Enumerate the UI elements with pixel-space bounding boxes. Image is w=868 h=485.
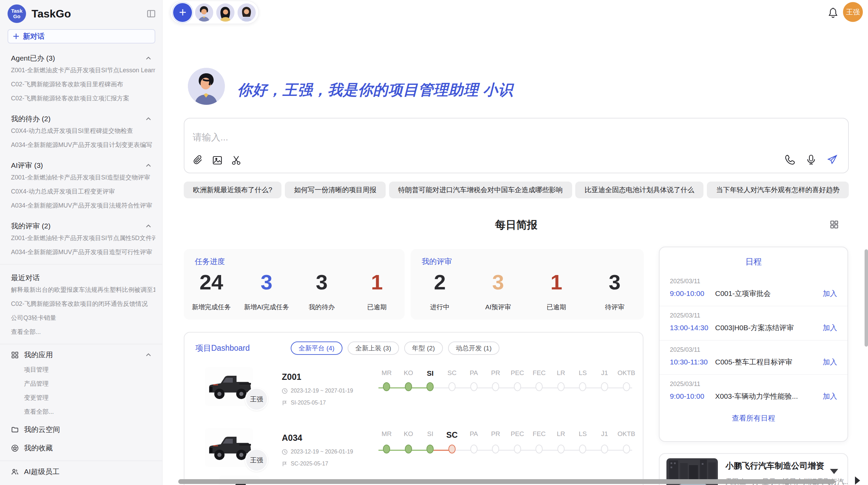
my-cloud-row[interactable]: 我的云空间 [11, 422, 155, 437]
milestone-dot[interactable] [557, 445, 565, 453]
project-row[interactable]: 王强 Z001 2023-12-19 ~ 2027-01-19 SI-2025-… [205, 367, 643, 416]
attach-file-icon[interactable] [193, 155, 204, 166]
project-row[interactable]: 王强 A034 2023-12-19 ~ 2026-01-19 SC-2025-… [205, 428, 643, 477]
recent-chat-item[interactable]: 公司Q3轻卡销量 [11, 311, 155, 325]
app-item-change-mgmt[interactable]: 变更管理 [11, 391, 155, 405]
conversation-item[interactable]: A034-全新新能源MUV产品开发项目法规符合性评审 [11, 199, 155, 213]
send-icon[interactable] [827, 154, 838, 165]
milestone-dot[interactable] [514, 445, 521, 453]
scroll-down-arrow[interactable] [830, 469, 838, 474]
schedule-entry[interactable]: 2025/03/11 13:00-14:30 C003|H0B-方案冻结评审 加… [660, 306, 847, 340]
chat-input-card [184, 118, 849, 173]
suggestion-chip[interactable]: 如何写一份清晰的项目周报 [285, 182, 386, 198]
screenshot-scissors-icon[interactable] [231, 155, 242, 166]
milestone-dot[interactable] [623, 382, 630, 391]
my-apps-row[interactable]: 我的应用 [11, 347, 155, 363]
milestone-dot-done[interactable] [383, 382, 390, 391]
user-avatar[interactable]: 王强 [843, 2, 863, 22]
milestone-dot[interactable] [470, 382, 478, 391]
suggestion-chip[interactable]: 欧洲新规最近颁布了什么? [184, 182, 281, 198]
section-ai-review[interactable]: AI评审 (3) [11, 160, 155, 171]
milestone-dot-done[interactable] [426, 382, 434, 391]
milestone-dot[interactable] [557, 382, 565, 391]
agent-avatar[interactable] [195, 3, 213, 22]
ai-staff-row[interactable]: AI超级员工 [11, 464, 155, 480]
conversation-item[interactable]: Z001-全新燃油轻卡产品开发项目SI节点属性5D文件评审 [11, 231, 155, 245]
suggestion-chip[interactable]: 比亚迪全固态电池计划具体说了什么 [575, 182, 703, 198]
section-my-review[interactable]: 我的评审 (2) [11, 221, 155, 231]
tab-powertrain[interactable]: 动总开发 (1) [448, 341, 500, 355]
app-item-product-mgmt[interactable]: 产品管理 [11, 377, 155, 391]
voice-call-icon[interactable] [784, 154, 795, 165]
conversation-item[interactable]: C0X4-动力总成开发项目工程变更评审 [11, 185, 155, 199]
milestone-dot[interactable] [492, 382, 499, 391]
new-chat-button[interactable]: 新对话 [8, 29, 155, 43]
milestone-dot[interactable] [601, 445, 608, 453]
microphone-icon[interactable] [806, 154, 817, 165]
join-meeting-link[interactable]: 加入 [823, 391, 837, 401]
milestone-dot[interactable] [535, 382, 543, 391]
app-item-project-mgmt[interactable]: 项目管理 [11, 363, 155, 377]
view-all-schedule-link[interactable]: 查看所有日程 [660, 409, 847, 423]
milestone-dot[interactable] [535, 445, 543, 453]
conversation-item[interactable]: Z001-全新燃油轻卡产品开发项目SI造型提交物评审 [11, 171, 155, 185]
milestone-dot-done[interactable] [383, 445, 390, 453]
chevron-up-icon[interactable] [146, 117, 151, 121]
join-meeting-link[interactable]: 加入 [823, 357, 837, 367]
conversation-item[interactable]: A034-全新新能源MUV产品开发项目造型可行性评审 [11, 245, 155, 259]
briefing-layout-icon[interactable] [830, 220, 839, 229]
notifications-bell-icon[interactable] [828, 7, 838, 18]
milestone-dot[interactable] [470, 445, 478, 453]
milestone-dot[interactable] [514, 382, 521, 391]
chevron-up-icon[interactable] [146, 57, 151, 60]
recent-chat-item[interactable]: C02-飞腾新能源轻客改款项目的闭环通告反馈情况 [11, 297, 155, 311]
chat-input[interactable] [193, 132, 673, 143]
schedule-title: 日程 [660, 256, 847, 267]
tab-new-body[interactable]: 全新上装 (3) [348, 341, 399, 355]
my-favorites-row[interactable]: 我的收藏 [11, 440, 155, 456]
vertical-scrollbar[interactable] [865, 249, 868, 347]
section-my-todo[interactable]: 我的待办 (2) [11, 114, 155, 124]
horizontal-scrollbar[interactable] [178, 479, 835, 484]
milestone-dot-done[interactable] [405, 445, 412, 453]
section-agent-done[interactable]: Agent已办 (3) [11, 53, 155, 63]
milestone-label: FEC [528, 369, 550, 377]
milestone-dot[interactable] [579, 382, 586, 391]
agent-avatar[interactable] [238, 3, 256, 22]
conversation-item[interactable]: C02-飞腾新能源轻客改款项目里程碑画布 [11, 77, 155, 91]
agent-avatar[interactable] [216, 3, 234, 22]
suggestion-chip[interactable]: 当下年轻人对汽车外观有怎样的喜好趋势 [707, 182, 849, 198]
view-all-apps-link[interactable]: 查看全部... [11, 405, 155, 419]
schedule-entry[interactable]: 2025/03/11 9:00-10:00 X003-车辆动力学性能验... 加… [660, 375, 847, 409]
tab-new-platform[interactable]: 全新平台 (4) [291, 341, 342, 355]
view-all-chats-link[interactable]: 查看全部... [11, 325, 155, 339]
recent-chat-item[interactable]: 解释最新出台的欧盟报废车法规再生塑料比例被调至15%... [11, 283, 155, 297]
conversation-item[interactable]: Z001-全新燃油皮卡产品开发项目SI节点Lesson Learn报告 [11, 63, 155, 77]
collapse-sidebar-icon[interactable] [146, 9, 156, 18]
join-meeting-link[interactable]: 加入 [823, 289, 837, 298]
chevron-up-icon[interactable] [146, 224, 151, 228]
milestone-dot[interactable] [448, 382, 456, 391]
schedule-entry[interactable]: 2025/03/11 10:30-11:30 C005-整车工程目标评审 加入 [660, 340, 847, 375]
milestone-dot[interactable] [623, 445, 630, 453]
write-helper-row[interactable]: 帮我写作 [11, 482, 155, 485]
milestone-dot-done[interactable] [426, 445, 434, 453]
tab-model-year[interactable]: 年型 (2) [404, 341, 443, 355]
chevron-up-icon[interactable] [146, 353, 151, 357]
conversation-item[interactable]: C02-飞腾新能源轻客改款项目立项汇报方案 [11, 91, 155, 105]
conversation-item[interactable]: A034-全新新能源MUV产品开发项目计划变更表编写 [11, 138, 155, 152]
milestone-dot[interactable] [579, 445, 586, 453]
milestone-dot-overdue[interactable] [448, 445, 456, 453]
milestone-dot-done[interactable] [405, 382, 412, 391]
scroll-right-arrow[interactable] [855, 476, 860, 485]
stat-value: 3 [586, 272, 644, 293]
milestone-dot[interactable] [492, 445, 499, 453]
join-meeting-link[interactable]: 加入 [823, 323, 837, 333]
insert-image-icon[interactable] [212, 155, 223, 166]
schedule-entry[interactable]: 2025/03/11 9:00-10:00 C001-立项审批会 加入 [660, 272, 847, 306]
chevron-up-icon[interactable] [146, 164, 151, 167]
new-session-button[interactable] [173, 3, 192, 22]
conversation-item[interactable]: C0X4-动力总成开发项目SI里程碑提交物检查 [11, 124, 155, 138]
suggestion-chip[interactable]: 特朗普可能对进口汽车增税会对中国车企造成哪些影响 [389, 182, 572, 198]
milestone-dot[interactable] [601, 382, 608, 391]
